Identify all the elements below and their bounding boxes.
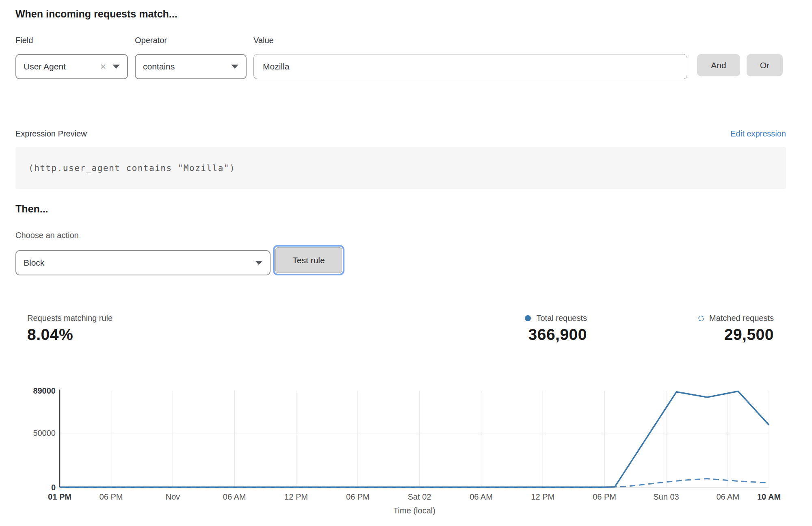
firewall-rule-builder-page: When incoming requests match... Field Op… (0, 0, 812, 526)
expression-preview-label: Expression Preview (15, 129, 87, 139)
stat-requests-matching: Requests matching rule 8.04% (27, 314, 113, 344)
svg-text:Time (local): Time (local) (393, 506, 435, 515)
svg-text:06 PM: 06 PM (593, 492, 616, 501)
page-title: When incoming requests match... (15, 8, 178, 20)
svg-text:12 PM: 12 PM (284, 492, 308, 501)
stat-total-requests: Total requests 366,900 (465, 314, 587, 344)
svg-text:06 AM: 06 AM (223, 492, 246, 501)
svg-text:10 AM: 10 AM (757, 492, 781, 501)
svg-text:06 PM: 06 PM (100, 492, 123, 501)
matched-requests-dashed-circle-icon (698, 316, 704, 321)
operator-select-controls (231, 65, 238, 69)
or-button[interactable]: Or (747, 54, 783, 76)
svg-text:06 AM: 06 AM (470, 492, 493, 501)
svg-text:Sat 02: Sat 02 (408, 492, 431, 501)
stat-matching-label: Requests matching rule (27, 314, 113, 323)
total-requests-dot-icon (525, 315, 531, 321)
field-select-controls: × (100, 62, 120, 71)
test-rule-button[interactable]: Test rule (275, 247, 342, 273)
requests-chart: 0500008900001 PM06 PMNov06 AM12 PM06 PMS… (0, 382, 812, 526)
stat-total-label: Total requests (536, 314, 587, 323)
chevron-down-icon (255, 261, 262, 265)
svg-text:Nov: Nov (166, 492, 180, 501)
svg-text:06 AM: 06 AM (716, 492, 739, 501)
chevron-down-icon (231, 65, 238, 69)
svg-text:12 PM: 12 PM (531, 492, 554, 501)
expression-code: (http.user_agent contains "Mozilla") (15, 163, 235, 173)
value-label: Value (253, 36, 274, 45)
field-select[interactable]: User Agent × (15, 54, 128, 79)
action-select-controls (255, 261, 262, 265)
stat-matched-requests: Matched requests 29,500 (652, 314, 774, 344)
then-title: Then... (15, 203, 48, 215)
action-select[interactable]: Block (15, 250, 271, 275)
svg-text:Sun 03: Sun 03 (653, 492, 679, 501)
svg-text:89000: 89000 (33, 386, 56, 395)
svg-text:01 PM: 01 PM (48, 492, 71, 501)
chevron-down-icon (113, 65, 120, 69)
edit-expression-link[interactable]: Edit expression (730, 129, 786, 139)
stat-matching-value: 8.04% (27, 326, 113, 344)
requests-chart-svg: 0500008900001 PM06 PMNov06 AM12 PM06 PMS… (0, 382, 812, 526)
choose-action-label: Choose an action (15, 231, 79, 240)
field-label: Field (15, 36, 33, 45)
field-select-value: User Agent (24, 62, 100, 71)
and-button[interactable]: And (697, 54, 740, 76)
expression-preview-box: (http.user_agent contains "Mozilla") (15, 147, 786, 189)
stat-matched-label: Matched requests (709, 314, 774, 323)
stat-total-value: 366,900 (465, 326, 587, 344)
svg-text:06 PM: 06 PM (346, 492, 370, 501)
value-input[interactable] (253, 54, 687, 79)
clear-icon[interactable]: × (100, 62, 106, 71)
operator-label: Operator (135, 36, 167, 45)
operator-select-value: contains (143, 62, 231, 71)
stat-matched-value: 29,500 (652, 326, 774, 344)
operator-select[interactable]: contains (135, 54, 247, 79)
svg-text:50000: 50000 (33, 429, 56, 437)
test-rule-focus-ring: Test rule (273, 245, 344, 275)
action-select-value: Block (24, 258, 255, 268)
svg-text:0: 0 (51, 483, 56, 492)
